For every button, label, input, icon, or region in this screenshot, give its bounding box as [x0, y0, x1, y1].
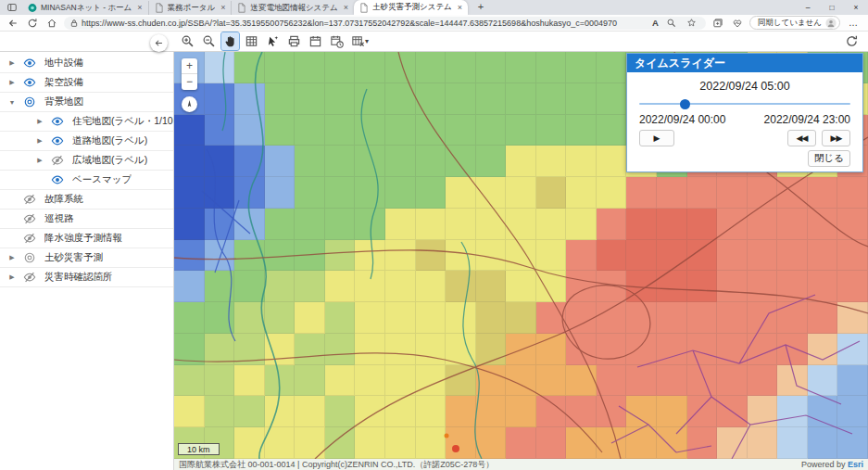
layer-item-10[interactable]: 降水強度予測情報 — [0, 229, 173, 248]
eye-icon[interactable] — [51, 173, 64, 186]
layer-item-12[interactable]: ▶災害時確認箇所 — [0, 268, 173, 287]
grid-cell — [837, 302, 868, 334]
layer-item-2[interactable]: ▶架空設備 — [0, 73, 173, 93]
minimize-button[interactable]: – — [796, 0, 820, 15]
browser-tab-3[interactable]: 送変電地図情報システム× — [231, 1, 354, 15]
grid-cell — [808, 271, 838, 302]
eye-icon[interactable] — [23, 57, 36, 70]
refresh-button[interactable] — [25, 16, 40, 31]
layer-item-4[interactable]: ▶住宅地図(ラベル・1/1000) — [0, 112, 173, 132]
grid-cell — [687, 271, 718, 302]
browser-tab-4[interactable]: 土砂災害予測システム× — [354, 0, 468, 15]
grid-cell — [748, 427, 778, 459]
tab-close-icon[interactable]: × — [458, 4, 462, 12]
target-gray-icon[interactable] — [23, 251, 36, 264]
layer-item-11[interactable]: ▶土砂災害予測 — [0, 248, 173, 268]
site-favicon-icon — [28, 3, 37, 13]
grid-cell — [506, 427, 536, 459]
play-button[interactable]: ▶ — [639, 130, 674, 146]
grid-cell — [355, 240, 385, 272]
eye-icon[interactable] — [51, 115, 64, 128]
read-aloud-icon[interactable]: A — [652, 18, 659, 28]
esri-link[interactable]: Esri — [848, 460, 863, 469]
map-refresh-button[interactable] — [843, 32, 861, 50]
settings-menu-button[interactable]: … — [845, 18, 862, 28]
browser-tab-1[interactable]: MINASANネット - ホーム× — [22, 1, 148, 15]
print-button[interactable] — [285, 32, 303, 50]
select-features-button[interactable] — [264, 32, 282, 50]
new-tab-button[interactable]: + — [473, 1, 488, 14]
eye-slash-icon[interactable] — [51, 154, 64, 167]
grid-cell — [385, 427, 416, 459]
close-panel-button[interactable]: 閉じる — [808, 150, 850, 167]
window-close-button[interactable]: × — [844, 0, 868, 15]
grid-cell — [657, 365, 687, 397]
compass-button[interactable] — [182, 96, 197, 112]
profile-button[interactable]: 同期していません — [749, 16, 840, 30]
step-forward-button[interactable]: ▶▶ — [822, 130, 850, 146]
calendar-button[interactable] — [307, 32, 324, 50]
chevron-right-icon[interactable]: ▶ — [7, 273, 17, 281]
map-canvas[interactable]: + − 10 km タイムスライダー 2022/09/24 05:00 2022… — [174, 52, 868, 470]
chevron-right-icon[interactable]: ▶ — [7, 59, 17, 67]
browser-essentials-icon[interactable] — [730, 16, 745, 31]
layer-item-3[interactable]: ▼背景地図 — [0, 93, 173, 112]
zoom-out-button[interactable] — [200, 32, 218, 50]
calendar-clock-button[interactable] — [328, 32, 346, 50]
time-slider-thumb[interactable] — [680, 99, 690, 109]
eye-slash-icon[interactable] — [23, 193, 36, 206]
grid-cell — [777, 427, 808, 459]
grid-cell — [325, 334, 356, 365]
map-zoom-out-button[interactable]: − — [182, 74, 197, 90]
layer-item-7[interactable]: ベースマップ — [0, 171, 173, 190]
favorites-star-icon[interactable] — [685, 16, 699, 31]
tab-close-icon[interactable]: × — [137, 4, 142, 12]
collapse-sidebar-button[interactable] — [150, 34, 168, 52]
layer-item-1[interactable]: ▶地中設備 — [0, 54, 173, 73]
url-text[interactable]: https://www-ss.chuden.co.jp/SSBA/?lat=35… — [82, 19, 648, 28]
eye-icon[interactable] — [23, 76, 36, 89]
back-button[interactable] — [6, 16, 20, 31]
step-back-button[interactable]: ◀◀ — [787, 130, 816, 146]
grid-cell — [265, 209, 296, 240]
table-remove-caret-icon[interactable]: ▾ — [365, 37, 369, 45]
grid-cell — [566, 177, 597, 209]
grid-cell — [626, 240, 657, 272]
grid-cell — [837, 209, 868, 240]
tab-close-icon[interactable]: × — [344, 4, 348, 12]
layer-item-5[interactable]: ▶道路地図(ラベル) — [0, 132, 173, 151]
grid-cell — [416, 302, 447, 334]
home-button[interactable] — [44, 16, 59, 31]
restore-button[interactable]: □ — [820, 0, 844, 15]
layer-item-9[interactable]: 巡視路 — [0, 210, 173, 229]
layer-label: 巡視路 — [44, 212, 74, 225]
chevron-right-icon[interactable]: ▶ — [35, 137, 44, 145]
eye-icon[interactable] — [51, 134, 64, 147]
time-slider-title[interactable]: タイムスライダー — [627, 54, 862, 72]
chevron-right-icon[interactable]: ▶ — [7, 254, 17, 261]
attribute-table-button[interactable] — [243, 32, 260, 50]
browser-tab-2[interactable]: 業務ポータル× — [148, 1, 232, 15]
layer-item-6[interactable]: ▶広域地図(ラベル) — [0, 151, 173, 171]
grid-cell — [385, 302, 416, 334]
chevron-right-icon[interactable]: ▶ — [7, 79, 17, 86]
eye-slash-icon[interactable] — [23, 271, 36, 284]
address-bar[interactable]: https://www-ss.chuden.co.jp/SSBA/?lat=35… — [64, 17, 706, 30]
chevron-right-icon[interactable]: ▶ — [35, 157, 44, 164]
eye-slash-icon[interactable] — [23, 232, 36, 245]
search-icon[interactable] — [664, 16, 679, 31]
eye-slash-icon[interactable] — [23, 212, 36, 225]
chevron-right-icon[interactable]: ▶ — [35, 118, 44, 125]
time-slider-track[interactable] — [639, 103, 850, 105]
pan-hand-button[interactable] — [221, 32, 239, 50]
time-slider[interactable] — [639, 97, 850, 111]
map-zoom-in-button[interactable]: + — [182, 58, 197, 74]
zoom-in-button[interactable] — [179, 32, 196, 50]
chevron-down-icon[interactable]: ▼ — [7, 99, 17, 106]
grid-cell — [295, 334, 325, 365]
tab-actions-button[interactable] — [4, 1, 20, 14]
target-icon[interactable] — [23, 95, 36, 108]
tab-close-icon[interactable]: × — [220, 4, 225, 12]
layer-item-8[interactable]: 故障系統 — [0, 190, 173, 210]
collections-icon[interactable] — [711, 16, 725, 31]
